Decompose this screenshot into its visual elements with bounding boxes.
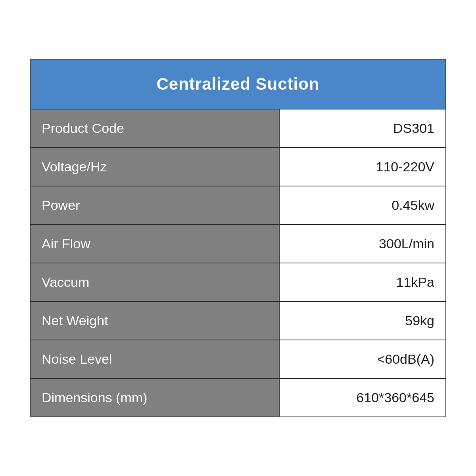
- row-label: Dimensions (mm): [42, 390, 147, 405]
- row-value: 300L/min: [379, 236, 434, 251]
- row-value: 610*360*645: [356, 390, 434, 405]
- row-value: 110-220V: [376, 159, 434, 175]
- row-label: Voltage/Hz: [42, 159, 107, 175]
- table-header: Centralized Suction: [31, 60, 445, 109]
- row-label: Net Weight: [42, 313, 108, 328]
- row-label: Power: [42, 198, 80, 213]
- value-cell: 11kPa: [280, 263, 445, 301]
- row-label: Noise Level: [42, 351, 112, 367]
- table-row: Air Flow300L/min: [31, 224, 445, 263]
- table-row: Vaccum11kPa: [31, 263, 445, 301]
- value-cell: 59kg: [280, 302, 445, 340]
- row-value: <60dB(A): [377, 351, 434, 367]
- label-cell: Power: [31, 186, 280, 224]
- row-label: Vaccum: [42, 274, 89, 290]
- label-cell: Vaccum: [31, 263, 280, 301]
- label-cell: Dimensions (mm): [31, 379, 280, 416]
- value-cell: 0.45kw: [280, 186, 445, 224]
- value-cell: 610*360*645: [280, 379, 445, 416]
- table-row: Noise Level<60dB(A): [31, 340, 445, 378]
- row-value: DS301: [393, 121, 434, 136]
- table-row: Net Weight59kg: [31, 301, 445, 340]
- value-cell: DS301: [280, 109, 445, 147]
- label-cell: Noise Level: [31, 340, 280, 378]
- table-row: Power0.45kw: [31, 186, 445, 224]
- label-cell: Product Code: [31, 109, 280, 147]
- table-title: Centralized Suction: [156, 75, 319, 93]
- row-value: 11kPa: [396, 274, 434, 290]
- value-cell: 300L/min: [280, 225, 445, 263]
- value-cell: 110-220V: [280, 148, 445, 186]
- table-row: Product CodeDS301: [31, 109, 445, 147]
- label-cell: Voltage/Hz: [31, 148, 280, 186]
- table-row: Voltage/Hz110-220V: [31, 147, 445, 186]
- table-body: Product CodeDS301Voltage/Hz110-220VPower…: [31, 109, 445, 416]
- row-label: Air Flow: [42, 236, 90, 251]
- row-value: 59kg: [405, 313, 434, 328]
- row-value: 0.45kw: [392, 198, 434, 213]
- label-cell: Net Weight: [31, 302, 280, 340]
- spec-table: D Centralized Suction Product CodeDS301V…: [30, 59, 446, 417]
- value-cell: <60dB(A): [280, 340, 445, 378]
- row-label: Product Code: [42, 121, 124, 136]
- table-row: Dimensions (mm)610*360*645: [31, 378, 445, 416]
- label-cell: Air Flow: [31, 225, 280, 263]
